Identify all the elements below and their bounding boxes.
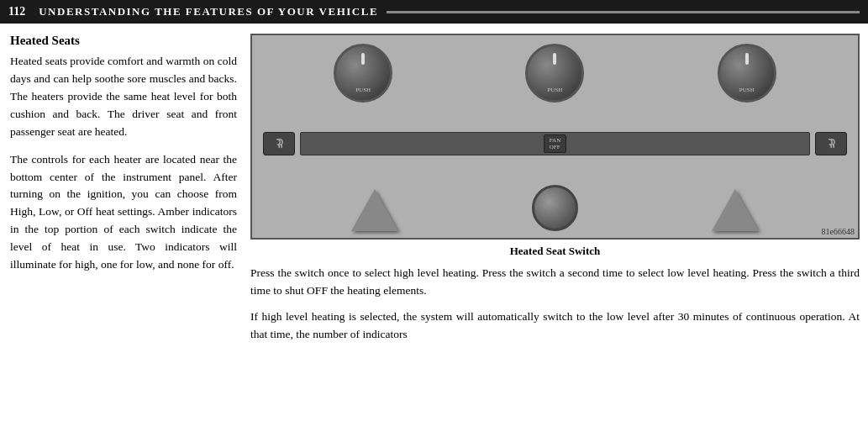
- knobs-row: PUSH PUSH PUSH: [259, 44, 851, 103]
- knob-left-label: PUSH: [355, 87, 371, 93]
- image-id-label: 81e66648: [822, 227, 855, 236]
- page-container: 112 UNDERSTANDING THE FEATURES OF YOUR V…: [0, 0, 868, 437]
- ctrl-btn-right: [815, 132, 847, 155]
- paragraph-1: Heated seats provide comfort and warmth …: [10, 53, 237, 141]
- section-title: Heated Seats: [10, 34, 237, 48]
- seat-heat-icon-right: [825, 138, 837, 150]
- ctrl-panel-center: FANOFF: [300, 132, 810, 155]
- knob-left: PUSH: [334, 44, 392, 103]
- header-bar: 112 UNDERSTANDING THE FEATURES OF YOUR V…: [0, 0, 868, 24]
- right-column: PUSH PUSH PUSH: [250, 34, 860, 429]
- header-title: UNDERSTANDING THE FEATURES OF YOUR VEHIC…: [39, 5, 378, 18]
- small-dial: [532, 185, 578, 231]
- knob-center-label: PUSH: [548, 87, 563, 93]
- left-column: Heated Seats Heated seats provide comfor…: [10, 34, 237, 429]
- paragraph-2-block: The controls for each heater are located…: [10, 151, 237, 274]
- heated-seat-image: PUSH PUSH PUSH: [250, 34, 860, 240]
- dashboard-simulation: PUSH PUSH PUSH: [252, 35, 858, 238]
- image-caption: Heated Seat Switch: [250, 245, 860, 258]
- paragraph-2: The controls for each heater are located…: [10, 151, 237, 274]
- knob-right: PUSH: [718, 44, 776, 103]
- ctrl-btn-left: [263, 132, 295, 155]
- right-paragraph-2: If high level heating is selected, the s…: [250, 308, 860, 344]
- page-number: 112: [8, 5, 25, 18]
- knob-right-label: PUSH: [739, 87, 755, 93]
- arrows-row: [259, 185, 851, 231]
- right-text-block: Press the switch once to select high lev…: [250, 265, 860, 352]
- header-rule: [387, 11, 860, 13]
- controls-row: FANOFF: [259, 132, 851, 155]
- fan-off-label: FANOFF: [550, 137, 560, 150]
- right-paragraph-1: Press the switch once to select high lev…: [250, 265, 860, 300]
- up-arrow-left: [351, 189, 398, 231]
- section-heading-block: Heated Seats Heated seats provide comfor…: [10, 34, 237, 141]
- knob-center: PUSH: [525, 44, 584, 103]
- up-arrow-right: [712, 189, 759, 231]
- main-content: Heated Seats Heated seats provide comfor…: [0, 24, 868, 437]
- fan-off-btn: FANOFF: [544, 134, 566, 153]
- seat-heat-icon-left: [273, 138, 285, 150]
